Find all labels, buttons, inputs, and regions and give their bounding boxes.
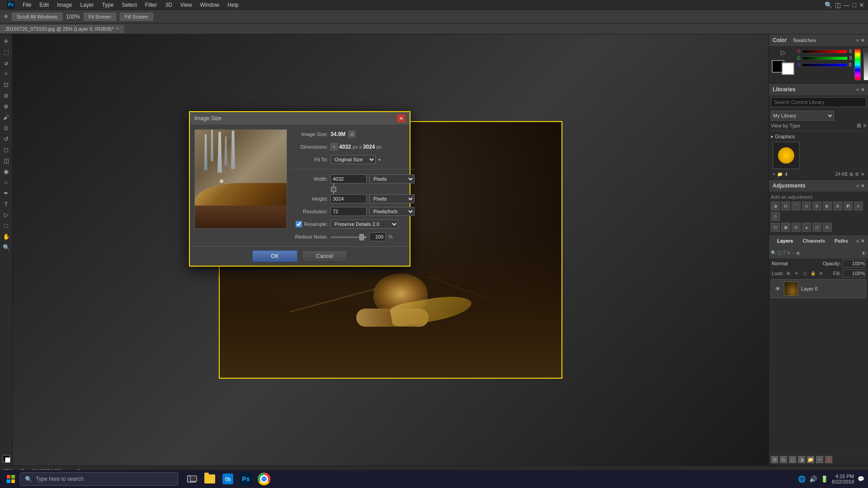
menu-edit[interactable]: Edit <box>36 1 52 9</box>
panels-icon[interactable]: ◫ <box>835 1 841 9</box>
layer-fx-icon[interactable]: fx <box>780 456 787 463</box>
file-explorer-app[interactable] <box>202 471 218 487</box>
maximize-icon[interactable]: □ <box>853 1 856 9</box>
layers-filter-toggle[interactable]: ◐ <box>862 250 866 255</box>
noise-slider-thumb[interactable] <box>359 234 364 240</box>
threshold-icon[interactable]: ▲ <box>802 223 811 232</box>
layers-search-icon[interactable]: 🔍 <box>771 250 776 255</box>
swatches-tab[interactable]: Swatches <box>790 38 819 43</box>
layer-item[interactable]: 👁 Layer 0 <box>771 279 866 298</box>
layer-group-icon[interactable]: 📁 <box>807 456 814 463</box>
canvas-area[interactable]: Image Size ✕ <box>13 34 769 465</box>
dialog-close-button[interactable]: ✕ <box>397 114 405 122</box>
heal-brush-tool[interactable]: ⊕ <box>1 101 11 111</box>
color-balance-icon[interactable]: ⊞ <box>833 202 842 211</box>
text-tool[interactable]: T <box>1 199 11 209</box>
menu-file[interactable]: File <box>19 1 35 9</box>
move-tool[interactable]: ✛ <box>1 36 11 46</box>
menu-ps[interactable]: Ps <box>4 0 18 9</box>
crop-tool[interactable]: ⊡ <box>1 80 11 89</box>
graphics-collapse-arrow[interactable]: ▾ <box>771 134 773 139</box>
brightness-contrast-icon[interactable]: ◑ <box>771 202 780 211</box>
chrome-app[interactable] <box>256 471 272 487</box>
graphics-thumbnail-1[interactable] <box>773 142 800 169</box>
fill-input[interactable] <box>843 269 865 277</box>
rectangle-select-tool[interactable]: ⬚ <box>1 47 11 57</box>
grid-view-icon[interactable]: ⊞ <box>857 122 861 129</box>
adjustments-panel-collapse[interactable]: ≡ <box>856 183 859 188</box>
photoshop-app[interactable]: Ps <box>238 471 254 487</box>
paths-tab[interactable]: Paths <box>830 236 853 245</box>
file-tab[interactable]: 20190725_073150.jpg @ 25% (Layer 0, RGB/… <box>0 25 125 33</box>
layer-mask-icon[interactable]: ◻ <box>789 456 796 463</box>
pen-tool[interactable]: ✒ <box>1 188 11 198</box>
menu-type[interactable]: Type <box>98 1 117 9</box>
network-icon[interactable]: 🌐 <box>798 475 806 483</box>
search-icon[interactable]: 🔍 <box>825 1 832 9</box>
layers-tab[interactable]: Layers <box>773 236 798 245</box>
menu-filter[interactable]: Filter <box>142 1 161 9</box>
libraries-panel-menu[interactable]: ✕ <box>861 87 864 92</box>
color-spectrum-bar[interactable] <box>854 49 861 80</box>
levels-icon[interactable]: ⊟ <box>781 202 790 211</box>
dimensions-unit-toggle[interactable]: ▾ <box>330 143 338 150</box>
resolution-unit-select[interactable]: Pixels/Inch <box>369 207 415 216</box>
lock-artboard-icon[interactable]: ◻ <box>802 270 808 277</box>
libraries-panel-collapse[interactable]: ≡ <box>856 87 859 92</box>
dialog-title-bar[interactable]: Image Size ✕ <box>190 112 410 125</box>
color-lookup-icon[interactable]: ⊡ <box>771 223 780 232</box>
scroll-all-button[interactable]: Scroll All Windows <box>12 13 62 21</box>
layers-filter-type-icon[interactable]: T <box>783 250 786 255</box>
fit-to-select[interactable]: Original Size <box>330 155 376 164</box>
shape-tool[interactable]: □ <box>1 221 11 230</box>
close-app-icon[interactable]: ✕ <box>859 1 864 9</box>
magic-wand-tool[interactable]: ✧ <box>1 69 11 79</box>
layers-filter-attr-icon[interactable]: ◫ <box>778 250 782 255</box>
b-slider[interactable] <box>802 63 847 67</box>
layers-filter-fx-icon[interactable]: fx <box>787 250 791 255</box>
lock-position-icon[interactable]: ✛ <box>793 270 800 277</box>
lock-extra-icon[interactable]: ⊘ <box>818 270 824 277</box>
task-view-app[interactable] <box>184 471 200 487</box>
exposure-icon[interactable]: ◎ <box>802 202 811 211</box>
height-input[interactable] <box>330 194 367 203</box>
lock-all-icon[interactable]: 🔒 <box>810 270 816 277</box>
graphics-settings-icon[interactable]: ⚙ <box>855 172 859 177</box>
library-dropdown[interactable]: My Library <box>771 111 834 121</box>
resample-method-select[interactable]: Preserve Details 2.0 <box>330 220 398 229</box>
eyedropper-tool[interactable]: ⊘ <box>1 90 11 100</box>
lasso-tool[interactable]: ⌀ <box>1 58 11 68</box>
channel-mixer-icon[interactable]: ⊙ <box>771 212 780 221</box>
resolution-input[interactable] <box>330 207 367 216</box>
delete-layer-icon[interactable]: 🗑 <box>825 456 832 463</box>
r-slider[interactable] <box>802 50 847 53</box>
cancel-button[interactable]: Cancel <box>302 250 347 262</box>
noise-slider-track[interactable] <box>330 236 367 238</box>
layer-adjustment-icon[interactable]: ◑ <box>798 456 805 463</box>
g-slider[interactable] <box>802 56 848 60</box>
layers-filter-color-icon[interactable]: ◉ <box>796 250 800 255</box>
fill-screen-button[interactable]: Fill Screen <box>120 13 153 21</box>
graphics-extra-icon[interactable]: ✕ <box>861 172 864 177</box>
color-panel-collapse[interactable]: ≡ <box>856 38 859 43</box>
menu-layer[interactable]: Layer <box>76 1 97 9</box>
color-triangle-icon[interactable]: ▷ <box>781 49 786 56</box>
taskbar-search-box[interactable]: 🔍 Type here to search <box>20 472 178 486</box>
lock-pixels-icon[interactable]: ⊞ <box>785 270 792 277</box>
gradient-tool[interactable]: ◫ <box>1 155 11 165</box>
resample-checkbox[interactable] <box>296 221 302 227</box>
brush-tool[interactable]: 🖌 <box>1 112 11 122</box>
layer-visibility-icon[interactable]: 👁 <box>774 285 781 292</box>
invert-icon[interactable]: ▣ <box>781 223 790 232</box>
volume-icon[interactable]: 🔊 <box>809 475 817 483</box>
notification-icon[interactable]: 💬 <box>858 476 864 482</box>
adjustments-panel-menu[interactable]: ✕ <box>861 183 864 188</box>
curves-icon[interactable]: ⌒ <box>792 202 801 211</box>
layers-panel-collapse[interactable]: ≡ <box>856 239 859 244</box>
minimize-icon[interactable]: — <box>844 1 850 9</box>
layers-panel-menu[interactable]: ✕ <box>861 239 864 244</box>
file-tab-close[interactable]: × <box>116 26 119 31</box>
photo-filter-icon[interactable]: ⊘ <box>854 202 863 211</box>
width-unit-select[interactable]: Pixels <box>369 174 415 183</box>
download-graphics-icon[interactable]: ⬇ <box>784 172 788 177</box>
